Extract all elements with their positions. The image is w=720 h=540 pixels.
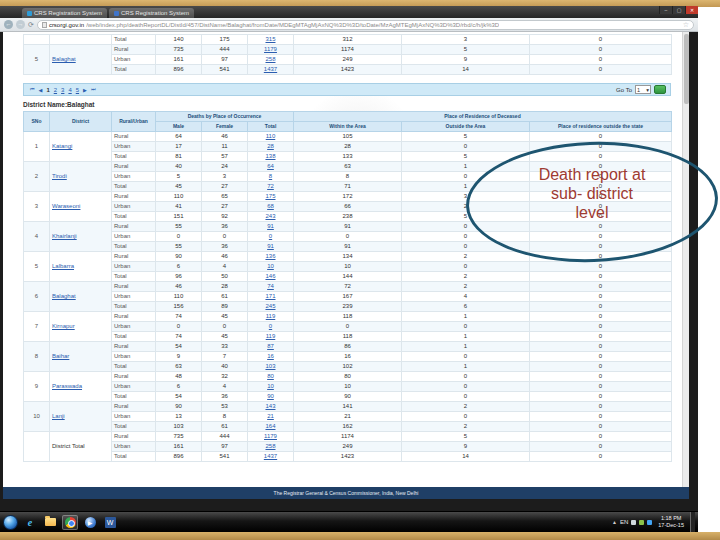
total-value-link[interactable]: 143 <box>248 402 294 412</box>
total-value-link[interactable]: 1437 <box>248 452 294 462</box>
total-value-link[interactable]: 0 <box>248 232 294 242</box>
district-link-text[interactable]: Kirnapur <box>52 323 75 329</box>
tray-expand-icon[interactable]: ▲ <box>612 519 617 525</box>
last-page-icon[interactable]: ⏭ <box>91 86 96 93</box>
forward-icon[interactable]: → <box>16 20 25 29</box>
tray-volume-icon[interactable] <box>647 520 652 525</box>
total-value-link[interactable]: 68 <box>248 202 294 212</box>
cell-value: 61 <box>202 292 248 302</box>
district-link[interactable]: Baihar <box>50 342 112 372</box>
district-link-text[interactable]: Khairlanji <box>52 233 77 239</box>
area-type: Total <box>112 332 156 342</box>
district-link[interactable]: Kirnapur <box>50 312 112 342</box>
start-button[interactable] <box>3 515 18 530</box>
total-value-link[interactable]: 110 <box>248 132 294 142</box>
district-link-text[interactable]: Balaghat <box>52 56 76 62</box>
browser-tab-2[interactable]: CRS Registration System <box>109 8 194 18</box>
total-value-link[interactable]: 315 <box>248 35 294 45</box>
total-value-link[interactable]: 138 <box>248 152 294 162</box>
total-value-link[interactable]: 10 <box>248 382 294 392</box>
total-value-link[interactable]: 1437 <box>248 65 294 75</box>
total-value-link[interactable]: 8 <box>248 172 294 182</box>
browser-tab-1[interactable]: CRS Registration System <box>22 8 107 18</box>
total-value-link[interactable]: 175 <box>248 192 294 202</box>
back-icon[interactable]: ← <box>4 20 13 29</box>
chrome-icon[interactable] <box>62 515 78 530</box>
district-link-text[interactable]: Lalbarra <box>52 263 74 269</box>
pagination-page-4[interactable]: 4 <box>68 87 71 93</box>
prev-page-icon[interactable]: ◀ <box>39 87 43 93</box>
next-page-icon[interactable]: ▶ <box>83 87 87 93</box>
district-link[interactable]: Tirodi <box>50 162 112 192</box>
total-value-link[interactable]: 258 <box>248 442 294 452</box>
total-value-link[interactable]: 164 <box>248 422 294 432</box>
district-link[interactable]: Katangi <box>50 132 112 162</box>
total-value-link[interactable]: 146 <box>248 272 294 282</box>
vertical-scrollbar[interactable] <box>682 32 689 487</box>
url-input[interactable]: crsorgi.gov.in /web/index.php/deathRepor… <box>37 20 694 30</box>
internet-explorer-icon[interactable]: e <box>22 515 38 530</box>
total-value-link[interactable]: 243 <box>248 212 294 222</box>
district-link-text[interactable]: Lanji <box>52 413 65 419</box>
cell-value: 0 <box>530 132 672 142</box>
total-value-link[interactable]: 1179 <box>248 432 294 442</box>
total-value-link[interactable]: 119 <box>248 332 294 342</box>
total-value-link[interactable]: 91 <box>248 242 294 252</box>
close-icon[interactable]: ✕ <box>685 6 698 14</box>
pagination-page-1[interactable]: 1 <box>46 87 49 93</box>
pagination-page-2[interactable]: 2 <box>54 87 57 93</box>
total-value-link[interactable]: 171 <box>248 292 294 302</box>
total-value-link[interactable]: 136 <box>248 252 294 262</box>
total-value-link[interactable]: 72 <box>248 182 294 192</box>
total-value-link[interactable]: 258 <box>248 55 294 65</box>
district-link[interactable]: Waraseoni <box>50 192 112 222</box>
total-value-link[interactable]: 90 <box>248 392 294 402</box>
media-player-icon[interactable]: ▶ <box>82 515 98 530</box>
tray-status-icon[interactable] <box>631 520 636 525</box>
cell-value: 4 <box>402 292 530 302</box>
total-value-link[interactable]: 28 <box>248 142 294 152</box>
scrollbar-thumb[interactable] <box>684 34 689 104</box>
district-link[interactable]: Paraswada <box>50 372 112 402</box>
total-value-link[interactable]: 0 <box>248 322 294 332</box>
total-value-link[interactable]: 16 <box>248 352 294 362</box>
district-link[interactable]: Khairlanji <box>50 222 112 252</box>
district-link[interactable]: Balaghat <box>50 282 112 312</box>
first-page-icon[interactable]: ⏮ <box>30 86 35 93</box>
total-value-link[interactable]: 10 <box>248 262 294 272</box>
pagination-page-5[interactable]: 5 <box>76 87 79 93</box>
district-link[interactable]: Balaghat <box>50 45 112 75</box>
district-link-text[interactable]: Tirodi <box>52 173 67 179</box>
total-value-link[interactable]: 64 <box>248 162 294 172</box>
tray-network-icon[interactable] <box>639 520 644 525</box>
total-value-link[interactable]: 119 <box>248 312 294 322</box>
reload-icon[interactable]: ⟳ <box>28 21 34 29</box>
file-explorer-icon[interactable] <box>42 515 58 530</box>
total-value-link[interactable]: 74 <box>248 282 294 292</box>
district-link-text[interactable]: Katangi <box>52 143 72 149</box>
maximize-icon[interactable]: ▢ <box>672 6 685 14</box>
total-value-link[interactable]: 103 <box>248 362 294 372</box>
district-link-text[interactable]: Paraswada <box>52 383 82 389</box>
taskbar-clock[interactable]: 1:18 PM 17-Dec-15 <box>658 515 684 528</box>
district-link[interactable]: Lalbarra <box>50 252 112 282</box>
go-button[interactable] <box>654 85 666 94</box>
total-value-link[interactable]: 80 <box>248 372 294 382</box>
district-link-text[interactable]: Balaghat <box>52 293 76 299</box>
district-link[interactable]: Lanji <box>50 402 112 432</box>
total-value-link[interactable]: 91 <box>248 222 294 232</box>
goto-page-select[interactable]: 1 ▾ <box>635 85 651 94</box>
district-link-text[interactable]: Baihar <box>52 353 69 359</box>
total-value-link[interactable]: 87 <box>248 342 294 352</box>
cell-value: 134 <box>294 252 402 262</box>
minimize-icon[interactable]: – <box>659 6 672 14</box>
total-value-link[interactable]: 21 <box>248 412 294 422</box>
show-desktop-button[interactable] <box>690 512 695 533</box>
bookmark-star-icon[interactable]: ☆ <box>683 21 689 29</box>
language-indicator[interactable]: EN <box>620 519 628 525</box>
district-link-text[interactable]: Waraseoni <box>52 203 80 209</box>
total-value-link[interactable]: 245 <box>248 302 294 312</box>
total-value-link[interactable]: 1179 <box>248 45 294 55</box>
word-icon[interactable]: W <box>102 515 118 530</box>
pagination-page-3[interactable]: 3 <box>61 87 64 93</box>
